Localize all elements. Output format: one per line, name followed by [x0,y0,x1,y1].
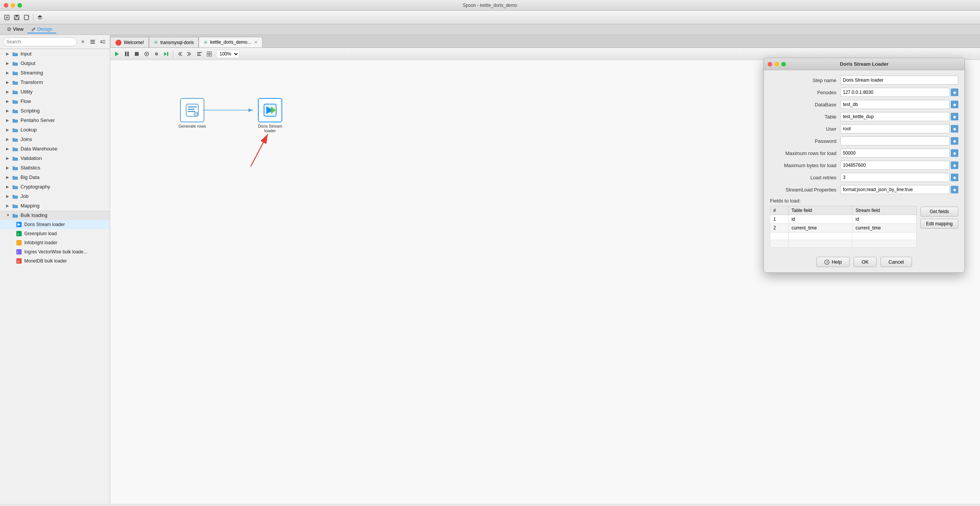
table-row: Table ◆ [770,112,958,121]
svg-rect-11 [91,40,95,41]
tab-design[interactable]: Design [27,25,56,33]
sidebar-subitem-greenplum[interactable]: G Greenplum load [0,229,110,238]
max-rows-browse-btn[interactable]: ◆ [951,149,958,157]
expand-all-button[interactable] [89,38,97,46]
stream-props-input[interactable] [840,185,950,194]
dialog-min-btn[interactable] [775,62,779,67]
sidebar-item-scripting[interactable]: ▶ Scripting [0,106,110,116]
canvas-area: 🔴 Welcome! ✳ transmysql-doris ✳ kettle_d… [110,35,980,504]
stream-props-browse-btn[interactable]: ◆ [951,186,958,193]
arrow-icon: ▶ [6,118,11,123]
zoom-select[interactable]: 100% 75% 50% 150% [216,50,239,58]
user-input[interactable] [840,124,950,133]
sidebar-item-datawarehouse[interactable]: ▶ Data Warehouse [0,144,110,153]
database-input[interactable] [840,100,950,109]
ok-button[interactable]: OK [854,257,877,267]
max-bytes-input-wrap: ◆ [840,161,958,170]
tab-transmysql[interactable]: ✳ transmysql-doris [149,37,199,48]
sidebar-item-pentaho[interactable]: ▶ Pentaho Server [0,116,110,125]
folder-icon [12,118,18,123]
fenodes-browse-btn[interactable]: ◆ [951,89,958,96]
cancel-button[interactable]: Cancel [880,257,912,267]
generate-rows-node[interactable]: Generate rows [178,98,206,128]
help-button[interactable]: ? Help [816,257,850,267]
doris-stream-node[interactable]: Doris Stream loader [253,98,287,133]
table-browse-btn[interactable]: ◆ [951,113,958,121]
fields-action-buttons: Get fields Edit mapping [920,206,958,248]
maximize-button[interactable] [18,3,22,8]
fields-section: Fields to load: # Table field Stream fie… [770,198,958,248]
grid-button[interactable] [205,49,214,59]
tab-kettle-doris[interactable]: ✳ kettle_doris_demo... ✕ [199,37,262,48]
step-name-input[interactable] [840,76,958,85]
password-browse-btn[interactable]: ◆ [951,137,958,145]
sidebar-subitem-infobright[interactable]: I Infobright loader [0,238,110,247]
max-bytes-browse-btn[interactable]: ◆ [951,161,958,169]
max-bytes-input[interactable] [840,161,950,170]
sidebar-item-transform[interactable]: ▶ Transform [0,78,110,87]
align-button[interactable] [195,49,204,59]
saveas-button[interactable] [22,13,31,22]
stop-button[interactable] [132,49,141,59]
minimize-button[interactable] [11,3,15,8]
save-button[interactable] [12,13,21,22]
sidebar-item-lookup[interactable]: ▶ Lookup [0,125,110,134]
search-input[interactable] [3,37,77,46]
fenodes-input[interactable] [840,88,950,97]
load-retries-row: Load retries ◆ [770,173,958,182]
table-row[interactable]: 2 current_time current_time [770,224,916,232]
sidebar-subitem-monetdb[interactable]: M MonetDB bulk loader [0,256,110,266]
tab-close-icon[interactable]: ✕ [254,40,258,45]
table-row[interactable]: 1 id id [770,215,916,224]
back-button[interactable] [175,49,184,59]
row1-stream-field: id [853,215,916,224]
svg-text:I: I [17,251,18,254]
sidebar-subitem-ingres[interactable]: I Ingres VectorWise bulk loade... [0,247,110,256]
welcome-tab-icon: 🔴 [115,40,122,46]
sidebar-item-flow[interactable]: ▶ Flow [0,97,110,106]
close-button[interactable] [4,3,8,8]
table-input[interactable] [840,112,950,121]
run-step-button[interactable] [162,49,171,59]
sidebar-item-bigdata[interactable]: ▶ Big Data [0,172,110,182]
password-input[interactable] [840,136,950,145]
pause-button[interactable] [123,49,131,59]
sidebar-item-job[interactable]: ▶ Job [0,191,110,201]
get-fields-button[interactable]: Get fields [920,207,958,216]
load-retries-input[interactable] [840,173,950,182]
sidebar-item-validation[interactable]: ▶ Validation [0,153,110,163]
user-browse-btn[interactable]: ◆ [951,125,958,132]
arrow-icon: ▶ [6,156,11,161]
svg-rect-16 [103,40,105,43]
sidebar-item-cryptography[interactable]: ▶ Cryptography [0,182,110,191]
sidebar-item-input[interactable]: ▶ Input [0,49,110,59]
sidebar-item-bulkloading[interactable]: ▼ Bulk loading [0,210,110,220]
sidebar-item-utility[interactable]: ▶ Utility [0,87,110,97]
sidebar-subitem-doris[interactable]: Doris Stream loader [0,220,110,229]
settings-button[interactable] [152,49,161,59]
fwd-button[interactable] [185,49,194,59]
preview-button[interactable] [142,49,151,59]
layers-button[interactable] [35,13,45,22]
sidebar-item-output[interactable]: ▶ Output [0,59,110,68]
sidebar-item-mapping[interactable]: ▶ Mapping [0,201,110,210]
password-input-wrap: ◆ [840,136,958,145]
load-retries-browse-btn[interactable]: ◆ [951,173,958,181]
arrow-icon: ▶ [6,52,11,56]
dialog-close-btn[interactable] [768,62,772,67]
run-button[interactable] [113,49,122,59]
sidebar-item-joins[interactable]: ▶ Joins [0,134,110,144]
tab-view[interactable]: View [3,25,27,33]
max-rows-input[interactable] [840,148,950,158]
collapse-all-button[interactable] [99,38,107,46]
database-browse-btn[interactable]: ◆ [951,101,958,108]
svg-rect-39 [197,55,201,56]
edit-mapping-button[interactable]: Edit mapping [920,219,958,229]
new-button[interactable] [2,13,11,22]
generate-rows-label: Generate rows [178,124,206,128]
search-clear-button[interactable]: ✕ [79,38,87,46]
sidebar-item-statistics[interactable]: ▶ Statistics [0,163,110,172]
tab-welcome[interactable]: 🔴 Welcome! [110,37,149,48]
dialog-max-btn[interactable] [781,62,786,67]
sidebar-item-streaming[interactable]: ▶ Streaming [0,68,110,78]
